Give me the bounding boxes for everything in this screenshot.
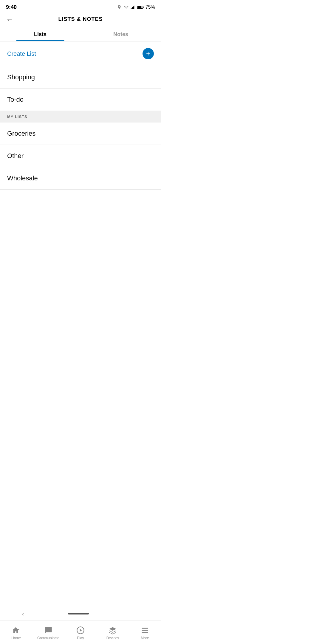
list-item-wholesale[interactable]: Wholesale bbox=[0, 167, 161, 190]
create-list-row[interactable]: Create List + bbox=[0, 41, 161, 66]
list-item-todo[interactable]: To-do bbox=[0, 89, 161, 111]
list-item-shopping[interactable]: Shopping bbox=[0, 66, 161, 89]
tab-lists[interactable]: Lists bbox=[0, 27, 80, 41]
wifi-icon bbox=[123, 5, 129, 10]
signal-icon bbox=[131, 5, 135, 10]
battery-icon bbox=[137, 5, 144, 10]
svg-rect-3 bbox=[134, 6, 135, 9]
page-title: LISTS & NOTES bbox=[58, 16, 103, 22]
status-bar: 9:40 75% bbox=[0, 0, 161, 13]
battery-percentage: 75% bbox=[145, 4, 155, 10]
create-list-button[interactable]: + bbox=[143, 48, 154, 59]
page-header: ← LISTS & NOTES bbox=[0, 13, 161, 27]
back-button[interactable]: ← bbox=[6, 15, 13, 24]
status-time: 9:40 bbox=[6, 4, 17, 10]
svg-rect-0 bbox=[131, 8, 132, 9]
create-list-label: Create List bbox=[7, 50, 36, 57]
svg-rect-1 bbox=[132, 7, 133, 9]
tab-bar: Lists Notes bbox=[0, 27, 161, 41]
list-item-other[interactable]: Other bbox=[0, 145, 161, 167]
svg-rect-2 bbox=[133, 6, 134, 9]
location-icon bbox=[117, 5, 122, 10]
plus-icon: + bbox=[146, 50, 150, 57]
list-item-groceries[interactable]: Groceries bbox=[0, 123, 161, 145]
main-content: Create List + Shopping To-do MY LISTS Gr… bbox=[0, 41, 161, 228]
svg-rect-6 bbox=[137, 6, 141, 8]
status-icons: 75% bbox=[117, 4, 155, 10]
my-lists-section-header: MY LISTS bbox=[0, 111, 161, 123]
svg-rect-5 bbox=[143, 7, 143, 8]
tab-notes[interactable]: Notes bbox=[80, 27, 161, 41]
